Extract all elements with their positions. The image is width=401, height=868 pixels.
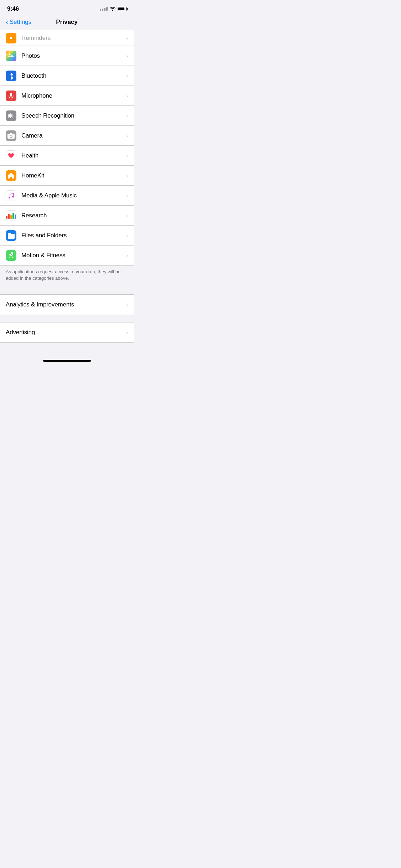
- svg-point-2: [9, 53, 11, 55]
- analytics-label: Analytics & Improvements: [6, 301, 123, 308]
- list-item-media-apple-music[interactable]: Media & Apple Music ›: [0, 186, 134, 206]
- svg-point-14: [10, 135, 12, 137]
- homekit-label: HomeKit: [21, 172, 123, 179]
- home-indicator: [0, 357, 134, 365]
- health-icon: [6, 150, 16, 161]
- list-item-speech-recognition[interactable]: Speech Recognition ›: [0, 106, 134, 126]
- research-label: Research: [21, 212, 123, 219]
- list-item-photos[interactable]: Photos ›: [0, 46, 134, 66]
- list-item-advertising[interactable]: Advertising ›: [0, 322, 134, 342]
- files-and-folders-chevron-icon: ›: [126, 233, 128, 238]
- analytics-section: Analytics & Improvements ›: [0, 294, 134, 315]
- svg-rect-3: [10, 93, 12, 97]
- list-item-files-and-folders[interactable]: Files and Folders ›: [0, 226, 134, 246]
- list-item-research[interactable]: Research ›: [0, 206, 134, 226]
- svg-rect-9: [11, 114, 12, 117]
- advertising-chevron-icon: ›: [126, 330, 128, 335]
- speech-recognition-chevron-icon: ›: [126, 113, 128, 119]
- bluetooth-icon: [6, 71, 16, 81]
- svg-rect-8: [10, 113, 11, 118]
- list-item-camera[interactable]: Camera ›: [0, 126, 134, 146]
- speech-recognition-icon: [6, 110, 16, 121]
- list-item-analytics[interactable]: Analytics & Improvements ›: [0, 295, 134, 315]
- files-and-folders-icon: [6, 230, 16, 241]
- list-item-homekit[interactable]: HomeKit ›: [0, 166, 134, 186]
- wifi-icon: [110, 6, 115, 12]
- list-item-health[interactable]: Health ›: [0, 146, 134, 166]
- home-bar: [43, 360, 91, 362]
- svg-point-18: [12, 196, 14, 197]
- reminders-chevron-icon: ›: [126, 35, 128, 41]
- svg-point-17: [9, 197, 10, 198]
- motion-fitness-label: Motion & Fitness: [21, 252, 123, 259]
- microphone-icon: [6, 91, 16, 101]
- back-label: Settings: [10, 19, 31, 26]
- svg-rect-11: [14, 115, 14, 117]
- status-time: 9:46: [7, 5, 19, 12]
- back-button[interactable]: ‹ Settings: [6, 19, 31, 26]
- bluetooth-label: Bluetooth: [21, 72, 123, 79]
- bluetooth-chevron-icon: ›: [126, 73, 128, 79]
- svg-point-0: [10, 37, 12, 39]
- media-apple-music-label: Media & Apple Music: [21, 192, 123, 199]
- list-item-bluetooth[interactable]: Bluetooth ›: [0, 66, 134, 86]
- camera-chevron-icon: ›: [126, 133, 128, 139]
- camera-label: Camera: [21, 132, 123, 139]
- list-item-motion-fitness[interactable]: Motion & Fitness ›: [0, 246, 134, 265]
- photos-chevron-icon: ›: [126, 53, 128, 59]
- svg-rect-10: [12, 114, 13, 118]
- signal-icon: [100, 7, 108, 11]
- status-bar: 9:46: [0, 0, 134, 16]
- camera-icon: [6, 130, 16, 141]
- microphone-label: Microphone: [21, 92, 123, 99]
- svg-rect-15: [10, 133, 12, 134]
- photos-icon: [6, 51, 16, 61]
- reminders-label: Reminders: [21, 35, 123, 42]
- health-chevron-icon: ›: [126, 153, 128, 159]
- homekit-icon: [6, 170, 16, 181]
- reminders-icon: [6, 33, 16, 43]
- microphone-chevron-icon: ›: [126, 93, 128, 99]
- motion-fitness-icon: [6, 250, 16, 261]
- homekit-chevron-icon: ›: [126, 173, 128, 179]
- battery-icon: [118, 7, 127, 11]
- back-chevron-icon: ‹: [6, 18, 8, 25]
- motion-fitness-chevron-icon: ›: [126, 253, 128, 258]
- files-and-folders-label: Files and Folders: [21, 232, 123, 239]
- status-icons: [100, 6, 127, 12]
- nav-bar: ‹ Settings Privacy: [0, 16, 134, 30]
- advertising-section: Advertising ›: [0, 322, 134, 343]
- analytics-chevron-icon: ›: [126, 302, 128, 308]
- list-item-reminders[interactable]: Reminders ›: [0, 30, 134, 46]
- page-title: Privacy: [56, 19, 78, 26]
- settings-list: Reminders › Photos › Bluetooth ›: [0, 30, 134, 266]
- svg-rect-16: [8, 135, 9, 135]
- photos-label: Photos: [21, 52, 123, 60]
- advertising-label: Advertising: [6, 329, 123, 336]
- svg-rect-7: [9, 114, 10, 117]
- svg-rect-1: [11, 36, 11, 37]
- research-icon: [6, 210, 16, 221]
- section-footer: As applications request access to your d…: [0, 266, 134, 287]
- health-label: Health: [21, 152, 123, 159]
- research-chevron-icon: ›: [126, 213, 128, 218]
- list-item-microphone[interactable]: Microphone ›: [0, 86, 134, 106]
- svg-rect-6: [8, 114, 9, 118]
- media-apple-music-icon: [6, 190, 16, 201]
- media-apple-music-chevron-icon: ›: [126, 193, 128, 198]
- svg-point-19: [11, 252, 13, 254]
- speech-recognition-label: Speech Recognition: [21, 112, 123, 119]
